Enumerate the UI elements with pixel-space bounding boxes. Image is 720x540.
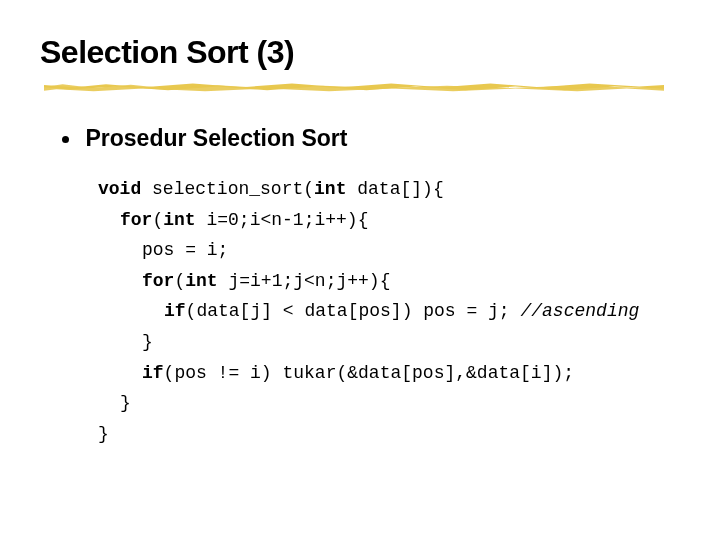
code-line-0-rest: selection_sort(int data[]){ (152, 179, 444, 199)
code-line-7: } (120, 388, 720, 419)
code-line-2: pos = i; (142, 235, 720, 266)
code-line-5: } (142, 327, 720, 358)
code-line-8: } (98, 419, 720, 450)
subtitle-text: Prosedur Selection Sort (85, 125, 347, 151)
kw-for2: for (142, 271, 174, 291)
kw-for1: for (120, 210, 152, 230)
subtitle-row: Prosedur Selection Sort (62, 125, 720, 152)
title-underline (44, 79, 664, 97)
bullet-icon (62, 136, 69, 143)
code-comment: //ascending (520, 301, 639, 321)
kw-if2: if (142, 363, 164, 383)
code-block: void selection_sort(int data[]){ for(int… (98, 174, 720, 449)
kw-if1: if (164, 301, 186, 321)
kw-void: void (98, 179, 141, 199)
slide-title: Selection Sort (3) (40, 34, 720, 71)
